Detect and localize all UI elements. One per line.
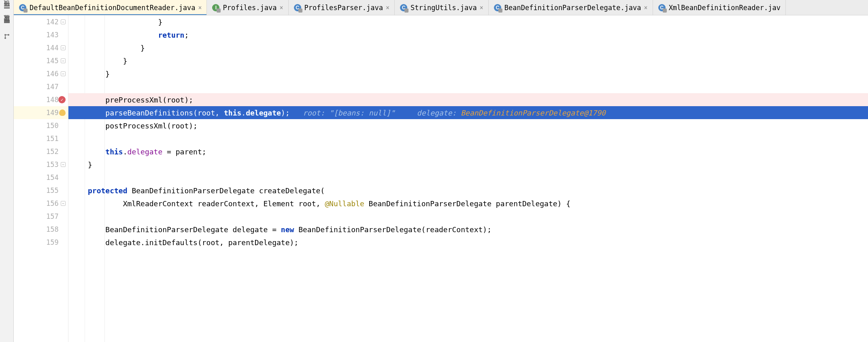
file-type-icon: I	[212, 4, 220, 12]
code-line	[68, 171, 868, 184]
close-icon[interactable]: ×	[198, 4, 202, 11]
line-number: 143	[46, 31, 65, 39]
gutter-line[interactable]: 150	[14, 119, 68, 132]
code-line: }	[68, 67, 868, 80]
editor-tab-bar: CDefaultBeanDefinitionDocumentReader.jav…	[14, 0, 868, 15]
gutter-line[interactable]: 154	[14, 171, 68, 184]
gutter-line[interactable]: 155	[14, 184, 68, 197]
close-icon[interactable]: ×	[280, 4, 283, 11]
gutter-line[interactable]: 153−	[14, 158, 68, 171]
gutter-line[interactable]: 149	[14, 106, 68, 119]
code-line: return;	[68, 28, 868, 41]
tool-window-strip: 项目 拉取请求	[0, 0, 14, 342]
lock-icon	[404, 9, 408, 13]
tab-label: StringUtils.java	[411, 4, 477, 12]
close-icon[interactable]: ×	[644, 4, 648, 11]
gutter-line[interactable]: 144−	[14, 41, 68, 54]
tab-label: BeanDefinitionParserDelegate.java	[504, 4, 641, 12]
code-area: 142−143144−145−146−147148149150151152153…	[14, 15, 868, 342]
editor-tab[interactable]: CXmlBeanDefinitionReader.jav	[653, 0, 786, 15]
gutter[interactable]: 142−143144−145−146−147148149150151152153…	[14, 15, 68, 342]
gutter-line[interactable]: 159	[14, 236, 68, 249]
code-line: }	[68, 158, 868, 171]
line-number: 152	[46, 147, 65, 156]
editor-tab[interactable]: CProfilesParser.java×	[289, 0, 395, 15]
code-line	[68, 210, 868, 223]
code-line: BeanDefinitionParserDelegate delegate = …	[68, 223, 868, 236]
tab-label: Profiles.java	[223, 4, 277, 12]
tool-pull-requests[interactable]: 拉取请求	[3, 18, 11, 26]
svg-rect-2	[4, 7, 10, 9]
file-type-icon: C	[658, 4, 666, 12]
line-number: 155	[46, 186, 65, 195]
fold-toggle-icon[interactable]: −	[61, 71, 66, 76]
line-number: 159	[46, 238, 65, 246]
line-number: 154	[46, 173, 65, 182]
code-body[interactable]: } return; } } } preProcessXml(root); par…	[68, 15, 868, 342]
code-line: }	[68, 15, 868, 28]
editor-tab[interactable]: CStringUtils.java×	[395, 0, 489, 15]
code-line	[68, 132, 868, 145]
gutter-line[interactable]: 151	[14, 132, 68, 145]
fold-toggle-icon[interactable]: −	[61, 201, 66, 206]
code-line	[68, 80, 868, 93]
code-line: }	[68, 54, 868, 67]
fold-toggle-icon[interactable]: −	[61, 19, 66, 24]
close-icon[interactable]: ×	[386, 4, 389, 11]
code-line: this.delegate = parent;	[68, 145, 868, 158]
line-number: 147	[46, 83, 65, 91]
svg-point-3	[4, 34, 6, 36]
line-number: 151	[46, 135, 65, 143]
lock-icon	[298, 9, 302, 13]
project-icon	[4, 2, 10, 9]
gutter-line[interactable]: 156−	[14, 197, 68, 210]
line-number: 157	[46, 212, 65, 220]
tool-project[interactable]: 项目	[3, 2, 11, 11]
execution-line: parseBeanDefinitions(root, this.delegate…	[68, 106, 868, 119]
lock-icon	[663, 9, 667, 13]
gutter-line[interactable]: 158	[14, 223, 68, 236]
tab-label: DefaultBeanDefinitionDocumentReader.java	[30, 4, 195, 12]
folder-icon	[4, 18, 10, 24]
breakpoint-icon[interactable]	[58, 96, 66, 103]
lock-icon	[498, 9, 502, 13]
code-line: postProcessXml(root);	[68, 119, 868, 132]
editor-tab[interactable]: IProfiles.java×	[207, 0, 288, 15]
fold-toggle-icon[interactable]: −	[61, 45, 66, 50]
fold-toggle-icon[interactable]: −	[61, 58, 66, 63]
gutter-line[interactable]: 142−	[14, 15, 68, 28]
file-type-icon: C	[19, 4, 27, 12]
line-number: 158	[46, 225, 65, 233]
breakpoint-line: preProcessXml(root);	[68, 93, 868, 106]
tool-structure[interactable]	[4, 33, 10, 40]
inline-debug-hint: root: "[beans: null]" delegate: BeanDefi…	[290, 109, 606, 117]
code-line: }	[68, 41, 868, 54]
gutter-line[interactable]: 152	[14, 145, 68, 158]
close-icon[interactable]: ×	[480, 4, 483, 11]
lock-icon	[23, 9, 28, 13]
gutter-line[interactable]: 148	[14, 93, 68, 106]
file-type-icon: C	[494, 4, 502, 12]
svg-rect-0	[4, 3, 10, 4]
gutter-line[interactable]: 147	[14, 80, 68, 93]
lock-icon	[217, 9, 221, 13]
gutter-line[interactable]: 157	[14, 210, 68, 223]
code-line: XmlReaderContext readerContext, Element …	[68, 197, 868, 210]
gutter-line[interactable]: 143	[14, 28, 68, 41]
code-line: protected BeanDefinitionParserDelegate c…	[68, 184, 868, 197]
tab-label: XmlBeanDefinitionReader.jav	[669, 4, 781, 12]
editor-tab[interactable]: CBeanDefinitionParserDelegate.java×	[489, 0, 653, 15]
svg-rect-1	[4, 5, 10, 6]
gutter-line[interactable]: 146−	[14, 67, 68, 80]
tab-label: ProfilesParser.java	[304, 4, 383, 12]
editor-tab[interactable]: CDefaultBeanDefinitionDocumentReader.jav…	[14, 0, 207, 15]
svg-point-4	[4, 37, 6, 39]
code-line: delegate.initDefaults(root, parentDelega…	[68, 236, 868, 249]
fold-toggle-icon[interactable]: −	[61, 162, 66, 167]
editor-area: CDefaultBeanDefinitionDocumentReader.jav…	[14, 0, 868, 342]
file-type-icon: C	[294, 4, 302, 12]
line-number: 150	[46, 122, 65, 130]
intention-bulb-icon[interactable]	[59, 109, 66, 116]
gutter-line[interactable]: 145−	[14, 54, 68, 67]
svg-point-5	[8, 34, 9, 36]
